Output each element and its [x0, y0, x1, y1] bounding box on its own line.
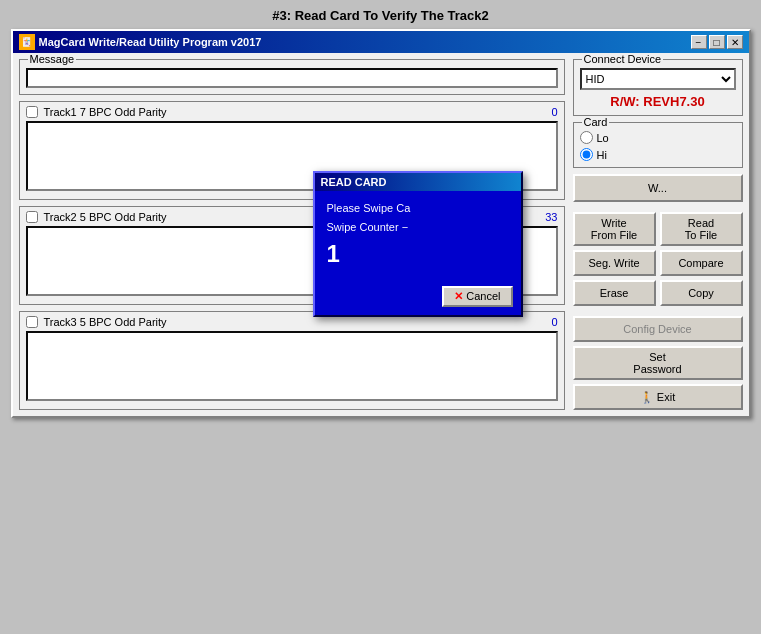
- modal-title: READ CARD: [321, 176, 387, 188]
- modal-title-bar: READ CARD: [315, 173, 521, 191]
- modal-counter: 1: [327, 240, 509, 268]
- read-card-dialog: READ CARD Please Swipe Ca Swipe Counter …: [313, 171, 523, 317]
- modal-footer: ✕ Cancel: [315, 286, 521, 315]
- modal-body: Please Swipe Ca Swipe Counter − 1: [315, 191, 521, 286]
- main-window: 🃏 MagCard Write/Read Utility Program v20…: [11, 29, 751, 418]
- cancel-label: Cancel: [466, 290, 500, 302]
- page-title: #3: Read Card To Verify The Track2: [272, 8, 489, 23]
- x-icon: ✕: [454, 290, 463, 303]
- modal-message-line1: Please Swipe Ca: [327, 201, 509, 216]
- modal-overlay: READ CARD Please Swipe Ca Swipe Counter …: [13, 31, 749, 416]
- modal-message-line2: Swipe Counter −: [327, 220, 509, 235]
- cancel-button[interactable]: ✕ Cancel: [442, 286, 512, 307]
